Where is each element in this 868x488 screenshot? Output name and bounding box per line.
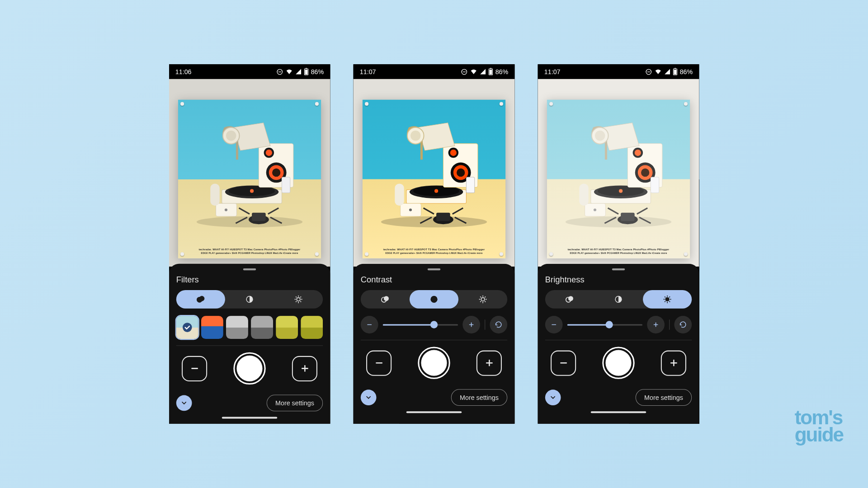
svg-point-105 <box>635 150 641 156</box>
collapse-button[interactable] <box>176 395 192 411</box>
reset-icon <box>679 320 687 328</box>
svg-line-129 <box>669 296 670 297</box>
svg-line-81 <box>485 301 486 302</box>
filters-icon <box>196 295 205 304</box>
shutter-button[interactable] <box>602 347 634 379</box>
filter-thumbnails <box>176 316 323 339</box>
minus-icon <box>366 321 373 328</box>
decrease-button[interactable] <box>545 316 563 333</box>
filters-icon <box>565 295 574 304</box>
filter-thumb-bw2[interactable] <box>251 316 273 339</box>
collapse-button[interactable] <box>545 389 561 405</box>
zoom-out-button[interactable] <box>366 350 392 375</box>
svg-line-80 <box>480 296 481 297</box>
tab-contrast[interactable] <box>225 290 274 309</box>
zoom-out-button[interactable] <box>182 356 207 381</box>
signal-icon <box>664 68 670 75</box>
zoom-in-button[interactable] <box>292 356 317 381</box>
status-bar: 11:07 86% <box>354 64 515 79</box>
svg-rect-23 <box>252 213 266 221</box>
battery-pct: 86% <box>680 68 693 75</box>
svg-line-128 <box>665 301 665 302</box>
filter-thumb-yellow2[interactable] <box>301 316 323 339</box>
drag-handle[interactable] <box>612 268 625 270</box>
svg-point-40 <box>183 323 192 332</box>
shutter-button[interactable] <box>418 347 450 379</box>
svg-point-31 <box>297 298 300 301</box>
tab-brightness[interactable] <box>643 290 692 309</box>
reset-button[interactable] <box>674 316 692 333</box>
svg-rect-94 <box>675 68 676 69</box>
shutter-row <box>176 352 323 385</box>
wifi-icon <box>655 68 662 75</box>
svg-rect-65 <box>466 177 474 193</box>
tab-contrast[interactable] <box>410 290 458 309</box>
increase-button[interactable] <box>647 316 665 333</box>
svg-rect-4 <box>306 68 307 69</box>
filters-icon <box>381 295 390 304</box>
filter-thumb-original[interactable] <box>176 316 198 339</box>
chevron-down-icon <box>180 399 188 407</box>
svg-point-57 <box>457 169 465 177</box>
svg-point-13 <box>272 169 280 177</box>
drag-handle[interactable] <box>428 268 441 270</box>
more-settings-button[interactable]: More settings <box>267 395 323 412</box>
collapse-button[interactable] <box>361 389 377 405</box>
filter-thumb-bw1[interactable] <box>226 316 248 339</box>
tab-filters[interactable] <box>361 290 410 309</box>
zoom-in-button[interactable] <box>661 350 686 375</box>
plus-icon <box>652 321 659 328</box>
panel-title: Brightness <box>545 275 692 284</box>
camera-viewfinder[interactable]: techradar. WHAT HI-FI? HUBSPOT T3 Mac Ca… <box>538 79 699 267</box>
svg-line-117 <box>637 208 647 214</box>
tab-filters[interactable] <box>545 290 594 309</box>
more-settings-button[interactable]: More settings <box>451 389 507 406</box>
svg-point-19 <box>225 208 227 211</box>
panel-title: Filters <box>176 275 323 284</box>
mode-tabs <box>545 290 692 309</box>
tab-contrast[interactable] <box>594 290 643 309</box>
svg-line-36 <box>296 296 297 297</box>
tab-brightness[interactable] <box>274 290 323 309</box>
minus-icon <box>550 321 557 328</box>
svg-rect-111 <box>651 177 659 193</box>
svg-line-27 <box>268 208 278 214</box>
brightness-icon <box>294 295 303 304</box>
zoom-out-button[interactable] <box>551 350 576 375</box>
more-settings-button[interactable]: More settings <box>636 389 692 406</box>
nav-bar[interactable] <box>222 417 277 419</box>
drag-handle[interactable] <box>243 268 256 270</box>
brightness-slider[interactable] <box>567 316 642 333</box>
reset-button[interactable] <box>490 316 507 333</box>
nav-bar[interactable] <box>406 411 462 413</box>
shutter-button[interactable] <box>233 352 265 385</box>
plus-icon <box>467 321 475 328</box>
svg-line-116 <box>608 208 618 214</box>
filter-thumb-yellow1[interactable] <box>276 316 298 339</box>
svg-rect-21 <box>282 177 290 193</box>
camera-viewfinder[interactable]: techradar. WHAT HI-FI? HUBSPOT T3 Mac Ca… <box>169 79 330 267</box>
phone-screenshot-filters: 11:06 86% <box>169 64 330 424</box>
tab-filters[interactable] <box>176 290 225 309</box>
wifi-icon <box>470 68 477 75</box>
zoom-in-button[interactable] <box>476 350 502 375</box>
svg-line-70 <box>424 208 434 214</box>
status-bar: 11:06 86% <box>169 64 330 79</box>
svg-point-29 <box>199 296 204 301</box>
contrast-slider[interactable] <box>383 316 458 333</box>
chevron-down-icon <box>365 394 372 401</box>
increase-button[interactable] <box>462 316 480 333</box>
camera-viewfinder[interactable]: techradar. WHAT HI-FI? HUBSPOT T3 Mac Ca… <box>354 79 515 267</box>
poster-caption: techradar. WHAT HI-FI? HUBSPOT T3 Mac Ca… <box>178 249 321 255</box>
tab-brightness[interactable] <box>458 290 507 309</box>
chevron-down-icon <box>549 394 557 401</box>
shutter-row <box>361 347 507 379</box>
decrease-button[interactable] <box>361 316 378 333</box>
svg-rect-48 <box>490 68 491 69</box>
dnd-icon <box>276 68 283 75</box>
filter-thumb-cool[interactable] <box>201 316 223 339</box>
nav-bar[interactable] <box>591 411 646 413</box>
svg-rect-47 <box>490 70 492 75</box>
shutter-row <box>545 347 692 379</box>
svg-rect-110 <box>579 183 588 206</box>
